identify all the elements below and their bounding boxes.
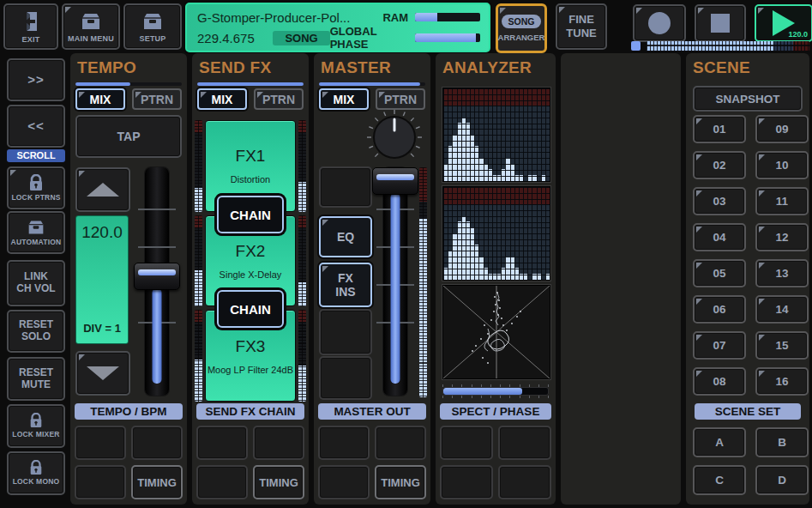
pattern-cell[interactable] bbox=[440, 426, 493, 460]
pattern-cell[interactable] bbox=[196, 465, 248, 499]
tempo-div-readout: DIV = 1 bbox=[83, 322, 121, 335]
scene-slot-button[interactable]: 15 bbox=[755, 331, 809, 360]
scene-set-button[interactable]: B bbox=[755, 427, 809, 457]
fx-meter-left bbox=[195, 215, 202, 307]
song-arranger-button[interactable]: SONG ARRANGER bbox=[496, 3, 547, 53]
master-fader[interactable] bbox=[372, 167, 418, 396]
lock-ptrns-button[interactable]: LOCK PTRNS bbox=[7, 166, 65, 209]
pattern-cell[interactable] bbox=[440, 465, 493, 499]
scroll-forward-button[interactable]: >> bbox=[7, 58, 65, 101]
lock-mixer-button[interactable]: LOCK MIXER bbox=[7, 404, 65, 448]
empty-channel-panel bbox=[561, 53, 681, 505]
automation-button[interactable]: AUTOMATION bbox=[7, 211, 65, 254]
fader-handle[interactable] bbox=[134, 263, 180, 290]
chain-button[interactable]: CHAIN bbox=[217, 290, 284, 328]
fx-slot-type: Single X-Delay bbox=[220, 269, 282, 280]
fader-handle[interactable] bbox=[372, 167, 418, 195]
fx-meter-right bbox=[298, 310, 306, 402]
scene-slot-button[interactable]: 09 bbox=[755, 115, 809, 143]
stop-button[interactable] bbox=[695, 4, 746, 42]
chain-button[interactable]: CHAIN bbox=[217, 196, 284, 233]
scene-slot-button[interactable]: 13 bbox=[755, 259, 809, 287]
scene-slot-button[interactable]: 08 bbox=[693, 367, 746, 396]
exit-button[interactable]: EXIT bbox=[3, 3, 58, 50]
automation-label: AUTOMATION bbox=[11, 239, 62, 247]
fine-tune-button[interactable]: FINE TUNE bbox=[556, 3, 607, 50]
pattern-cell[interactable] bbox=[318, 426, 370, 460]
pattern-cell[interactable] bbox=[318, 465, 370, 499]
scene-slot-button[interactable]: 07 bbox=[693, 331, 746, 360]
master-bottom-label: MASTER OUT bbox=[318, 403, 426, 420]
pattern-cell[interactable] bbox=[498, 465, 551, 499]
pattern-cell[interactable] bbox=[498, 426, 551, 460]
scene-slot-button[interactable]: 12 bbox=[755, 223, 809, 251]
scene-set-grid: ABCD bbox=[693, 427, 809, 495]
scene-slot-button[interactable]: 04 bbox=[693, 223, 746, 251]
setup-icon bbox=[141, 11, 165, 32]
master-empty-cell[interactable] bbox=[319, 309, 372, 355]
fx-meter-right bbox=[298, 120, 306, 212]
link-ch-vol-button[interactable]: LINK CH VOL bbox=[7, 260, 65, 306]
scene-slot-button[interactable]: 14 bbox=[755, 295, 809, 324]
reset-solo-button[interactable]: RESET SOLO bbox=[7, 310, 65, 353]
fx-meter-right bbox=[298, 215, 306, 307]
snapshot-button[interactable]: SNAPSHOT bbox=[693, 86, 803, 112]
scene-slot-button[interactable]: 10 bbox=[755, 151, 809, 179]
scene-slot-button[interactable]: 02 bbox=[693, 151, 746, 179]
scene-set-button[interactable]: A bbox=[693, 427, 746, 457]
fx-ins-button[interactable]: FX INS bbox=[319, 263, 372, 307]
scene-slot-grid: 01020304050607080910111213141516 bbox=[693, 115, 809, 396]
scroll-back-button[interactable]: << bbox=[7, 105, 65, 148]
reset-mute-button[interactable]: RESET MUTE bbox=[7, 357, 65, 401]
scene-slot-button[interactable]: 03 bbox=[693, 187, 746, 215]
tempo-tab-mix[interactable]: MIX bbox=[75, 88, 125, 110]
send-fx-phase-line bbox=[197, 82, 304, 86]
scene-slot-button[interactable]: 16 bbox=[755, 367, 809, 396]
pattern-cell[interactable] bbox=[75, 426, 126, 460]
setup-button[interactable]: SETUP bbox=[123, 3, 182, 50]
tempo-value: 120.0 bbox=[81, 223, 123, 242]
main-lcd-display: G-Stomper-Producer-Pol... RAM 229.4.675 … bbox=[185, 3, 490, 52]
send-fx-tab-mix[interactable]: MIX bbox=[197, 88, 247, 110]
scene-slot-button[interactable]: 06 bbox=[693, 295, 746, 324]
lock-mono-button[interactable]: LOCK MONO bbox=[7, 451, 65, 495]
pattern-cell[interactable] bbox=[196, 426, 248, 460]
scene-slot-button[interactable]: 11 bbox=[755, 187, 809, 215]
eq-button[interactable]: EQ bbox=[319, 216, 372, 257]
tempo-tab-ptrn[interactable]: PTRN bbox=[132, 88, 182, 110]
setup-label: SETUP bbox=[139, 34, 165, 43]
analyzer-slider[interactable] bbox=[442, 384, 549, 398]
timing-button[interactable]: TIMING bbox=[253, 465, 304, 499]
master-knob[interactable] bbox=[360, 106, 429, 166]
tempo-bottom-label: TEMPO / BPM bbox=[75, 403, 183, 420]
scene-set-button[interactable]: C bbox=[693, 465, 746, 495]
arranger-label: ARRANGER bbox=[498, 33, 545, 42]
record-button[interactable] bbox=[633, 4, 686, 42]
scene-slot-button[interactable]: 05 bbox=[693, 259, 746, 287]
slider-track bbox=[442, 387, 549, 396]
tempo-down-button[interactable] bbox=[75, 351, 130, 396]
pattern-cell[interactable] bbox=[253, 426, 304, 460]
master-phase-line bbox=[319, 82, 425, 86]
main-menu-button[interactable]: MAIN MENU bbox=[62, 3, 120, 50]
master-empty-cell[interactable] bbox=[319, 166, 372, 208]
timing-button[interactable]: TIMING bbox=[131, 465, 183, 499]
send-fx-tab-ptrn[interactable]: PTRN bbox=[254, 88, 304, 110]
down-arrow-icon bbox=[87, 366, 119, 380]
mode-badge: SONG bbox=[273, 31, 329, 45]
pattern-cell[interactable] bbox=[75, 465, 126, 499]
ram-label: RAM bbox=[382, 11, 408, 24]
play-button[interactable]: 120.0 bbox=[755, 4, 812, 42]
pattern-cell[interactable] bbox=[131, 426, 183, 460]
pattern-cell[interactable] bbox=[375, 426, 426, 460]
master-empty-cell[interactable] bbox=[319, 356, 372, 400]
lock-ptrns-label: LOCK PTRNS bbox=[11, 194, 60, 203]
record-icon bbox=[648, 12, 671, 34]
timing-button[interactable]: TIMING bbox=[375, 465, 426, 499]
tempo-fader[interactable] bbox=[134, 167, 180, 396]
send-fx-pattern-cells: TIMING bbox=[196, 426, 304, 499]
scene-slot-button[interactable]: 01 bbox=[693, 115, 746, 143]
scene-set-button[interactable]: D bbox=[755, 465, 809, 495]
tap-button[interactable]: TAP bbox=[75, 115, 182, 158]
tempo-up-button[interactable] bbox=[75, 167, 130, 212]
